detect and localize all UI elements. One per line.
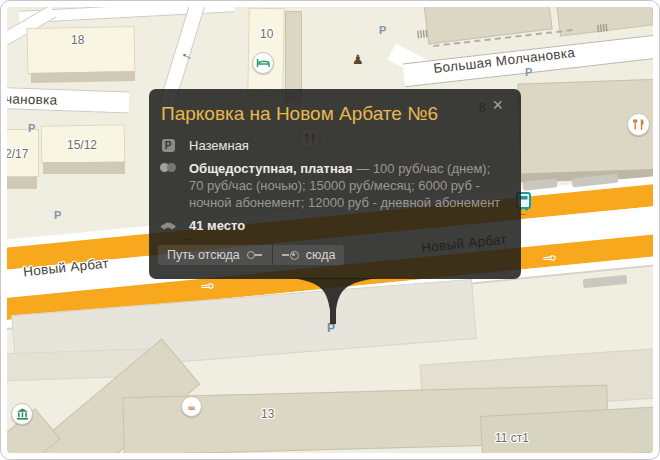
capacity-label: 41 место — [189, 217, 245, 234]
route-b-icon — [290, 251, 299, 260]
coins-icon — [160, 162, 176, 173]
balloon-tail — [289, 278, 381, 328]
close-icon[interactable]: × — [490, 94, 505, 116]
fork-knife-glyph — [632, 118, 645, 131]
building-label: 15/12 — [67, 138, 97, 152]
balloon-row-capacity: 41 место — [149, 214, 521, 237]
bed-glyph — [256, 56, 270, 70]
building-label: 18 — [71, 33, 84, 47]
building-18-shadow — [31, 71, 135, 83]
parking-marker[interactable]: P — [379, 24, 386, 36]
building-label: 10 — [260, 27, 273, 41]
car-icon — [160, 219, 176, 231]
parking-info-balloon: Парковка на Новом Арбате №6 × P Наземная… — [149, 89, 521, 279]
building-label: 2/17 — [5, 147, 28, 161]
lane-arrow-icon: → — [540, 245, 559, 266]
building-label: 13 — [261, 407, 274, 421]
parking-marker[interactable]: P — [28, 122, 35, 134]
access-bold: Общедоступная, платная — [189, 161, 353, 176]
hotel-icon[interactable] — [252, 52, 274, 74]
route-to-here-button[interactable]: сюда — [272, 245, 345, 265]
museum-icon[interactable] — [11, 403, 33, 425]
route-buttons: Путь отсюда сюда — [158, 245, 344, 265]
parking-type-label: Наземная — [189, 137, 249, 154]
columns-glyph — [16, 408, 29, 420]
parking-type-icon: P — [160, 139, 176, 152]
route-to-label: сюда — [306, 248, 336, 262]
coins-glyph — [160, 162, 176, 173]
parking-marker[interactable]: P — [54, 209, 61, 221]
access-text: Общедоступная, платная — 100 руб/час (дн… — [189, 160, 507, 211]
balloon-row-type: P Наземная — [149, 134, 521, 157]
route-from-here-button[interactable]: Путь отсюда — [158, 245, 272, 265]
building-label: 11 ст1 — [495, 431, 529, 445]
route-from-label: Путь отсюда — [167, 248, 240, 262]
balloon-title: Парковка на Новом Арбате №6 — [149, 89, 521, 125]
building-15-12-shadow — [43, 162, 125, 174]
building-2-17-shadow — [1, 177, 37, 189]
gate-icon: |||| — [416, 28, 428, 38]
restaurant-icon[interactable] — [627, 113, 650, 136]
parking-dash — [583, 275, 628, 289]
map-canvas[interactable]: |||| |||| чановка Большая Молчановка Нов… — [1, 1, 659, 459]
cup-glyph: ☕ — [187, 400, 197, 413]
route-a-icon — [247, 251, 255, 259]
street-label-molchanovka-partial: чановка — [5, 91, 58, 107]
balloon-row-access: Общедоступная, платная — 100 руб/час (дн… — [149, 157, 521, 214]
gate-icon: |||| — [596, 22, 608, 32]
balloon-rows: P Наземная Общедоступная, платная — 100 … — [149, 134, 521, 237]
monument-icon[interactable]: ♟ — [352, 52, 364, 67]
p-square-glyph: P — [162, 139, 175, 152]
cafe-icon[interactable]: ☕ — [181, 396, 202, 417]
parking-marker[interactable]: P — [525, 66, 532, 78]
map-widget: |||| |||| чановка Большая Молчановка Нов… — [0, 0, 660, 460]
car-glyph — [160, 219, 176, 231]
